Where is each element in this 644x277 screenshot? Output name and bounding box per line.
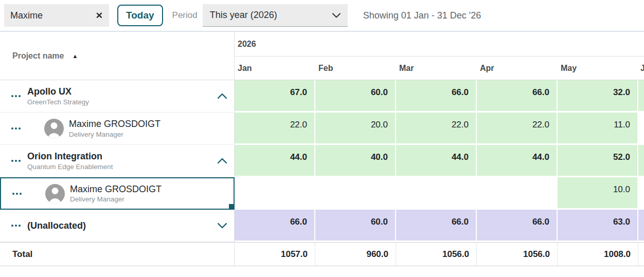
row-title: Apollo UX — [27, 86, 89, 97]
avatar-head — [52, 188, 59, 194]
allocation-cells: 67.060.066.066.032.0 — [235, 80, 644, 113]
month-header-next-partial: Jun — [638, 64, 644, 73]
period-label: Period — [172, 10, 198, 21]
next-month-partial-cell — [638, 177, 644, 208]
allocation-cell[interactable]: 66.0 — [396, 210, 477, 241]
avatar-head — [51, 122, 58, 129]
allocation-cells: 66.060.066.066.063.0 — [235, 210, 644, 242]
total-cell: 960.0 — [315, 243, 396, 266]
avatar — [45, 184, 65, 204]
allocation-cell[interactable]: 52.0 — [558, 145, 638, 176]
search-input[interactable] — [10, 10, 93, 21]
project-name-column-header[interactable]: Project name ▲ — [0, 32, 235, 80]
today-button[interactable]: Today — [117, 5, 163, 26]
row-titles: Maxime GROSDOIGTDelivery Manager — [69, 119, 160, 138]
person-cell[interactable]: Maxime GROSDOIGTDelivery Manager — [0, 113, 235, 145]
allocation-cell[interactable]: 32.0 — [558, 80, 638, 111]
allocation-cell[interactable]: 66.0 — [477, 210, 558, 241]
row-subtitle: Delivery Manager — [69, 131, 160, 138]
allocation-cells: 10.0 — [235, 177, 644, 210]
grid-row: (Unallocated)66.060.066.066.063.0 — [0, 210, 644, 242]
total-cell: 1056.0 — [396, 243, 477, 266]
next-month-partial-cell — [638, 210, 644, 241]
next-month-partial-cell — [638, 113, 644, 143]
allocation-cell[interactable]: 66.0 — [396, 80, 477, 111]
allocation-cells: 22.020.022.022.011.0 — [235, 113, 644, 145]
month-header: Mar — [396, 64, 477, 73]
allocation-cell[interactable]: 10.0 — [558, 177, 638, 208]
allocation-cell[interactable]: 20.0 — [315, 113, 396, 143]
total-label: Total — [0, 243, 235, 266]
next-month-partial-cell — [638, 145, 644, 176]
search-box[interactable]: ✕ — [4, 4, 109, 27]
row-menu-icon[interactable] — [11, 127, 21, 130]
total-cell: 1008.0 — [558, 243, 638, 266]
sort-ascending-icon[interactable]: ▲ — [72, 53, 78, 59]
period-dropdown[interactable]: This year (2026) — [203, 4, 348, 27]
row-title: Maxime GROSDOIGT — [69, 119, 160, 130]
row-titles: Maxime GROSDOIGTDelivery Manager — [70, 184, 162, 204]
allocation-cell[interactable]: 60.0 — [315, 210, 396, 241]
showing-range-text: Showing 01 Jan - 31 Dec '26 — [363, 10, 481, 21]
row-menu-icon[interactable] — [12, 193, 22, 195]
total-cells: 1057.0960.01056.01056.01008.0 — [235, 243, 644, 266]
allocation-cell[interactable]: 60.0 — [315, 80, 396, 111]
allocation-cell[interactable]: 66.0 — [477, 80, 558, 111]
person-cell[interactable]: Maxime GROSDOIGTDelivery Manager — [0, 177, 235, 210]
project-cell[interactable]: Orion IntegrationQuantum Edge Enablement — [0, 145, 235, 177]
months-row: JanFebMarAprMayJun — [235, 57, 644, 80]
next-month-partial-cell — [638, 80, 644, 111]
allocation-cell[interactable] — [396, 177, 477, 208]
grid-row: Maxime GROSDOIGTDelivery Manager10.0 — [0, 177, 644, 210]
allocation-cell[interactable]: 40.0 — [315, 145, 396, 176]
row-menu-icon[interactable] — [11, 160, 21, 162]
month-header: Jan — [235, 64, 315, 73]
project-name-header-label: Project name — [12, 51, 64, 61]
total-row: Total 1057.0960.01056.01056.01008.0 — [0, 242, 644, 266]
row-subtitle: Quantum Edge Enablement — [27, 163, 113, 171]
timeline-header: 2026 JanFebMarAprMayJun — [235, 32, 644, 80]
row-titles: Apollo UXGreenTech Strategy — [27, 86, 89, 106]
month-header: Apr — [477, 64, 558, 73]
avatar — [44, 119, 64, 138]
row-menu-icon[interactable] — [11, 95, 21, 97]
allocation-cell[interactable] — [477, 177, 558, 208]
expand-chevron-icon[interactable] — [218, 223, 227, 228]
chevron-down-icon — [332, 13, 341, 18]
month-header: May — [558, 64, 638, 73]
allocation-cell[interactable]: 22.0 — [396, 113, 477, 143]
total-cell: 1056.0 — [477, 243, 558, 266]
allocation-cell[interactable]: 22.0 — [477, 113, 558, 143]
grid-rows: Apollo UXGreenTech Strategy67.060.066.06… — [0, 80, 644, 242]
clear-search-icon[interactable]: ✕ — [96, 10, 103, 21]
row-title: Orion Integration — [27, 151, 113, 162]
allocation-cell[interactable] — [235, 177, 315, 208]
grid-row: Orion IntegrationQuantum Edge Enablement… — [0, 145, 644, 177]
allocation-cell[interactable]: 67.0 — [235, 80, 315, 111]
allocation-cell[interactable] — [315, 177, 396, 208]
row-title: Maxime GROSDOIGT — [70, 184, 162, 195]
project-cell[interactable]: Apollo UXGreenTech Strategy — [0, 80, 235, 113]
total-next-month-partial — [638, 243, 644, 266]
allocation-cell[interactable]: 44.0 — [477, 145, 558, 176]
avatar-shoulders — [48, 133, 60, 138]
allocation-cell[interactable]: 63.0 — [558, 210, 638, 241]
avatar-shoulders — [49, 198, 61, 204]
allocation-cell[interactable]: 22.0 — [235, 113, 315, 143]
allocation-cells: 44.040.044.044.052.0 — [235, 145, 644, 177]
selection-fill-handle[interactable] — [229, 204, 234, 209]
project-cell[interactable]: (Unallocated) — [0, 210, 235, 242]
row-subtitle: Delivery Manager — [70, 195, 162, 203]
row-titles: Orion IntegrationQuantum Edge Enablement — [27, 151, 113, 171]
collapse-chevron-icon[interactable] — [218, 158, 227, 163]
allocation-cell[interactable]: 44.0 — [235, 145, 315, 176]
collapse-chevron-icon[interactable] — [218, 94, 227, 99]
grid-row: Maxime GROSDOIGTDelivery Manager22.020.0… — [0, 113, 644, 145]
allocation-cell[interactable]: 11.0 — [558, 113, 638, 143]
allocation-cell[interactable]: 66.0 — [235, 210, 315, 241]
row-menu-icon[interactable] — [11, 225, 21, 227]
total-cell: 1057.0 — [235, 243, 315, 266]
allocation-cell[interactable]: 44.0 — [396, 145, 477, 176]
row-title: (Unallocated) — [27, 220, 86, 231]
period-dropdown-value: This year (2026) — [210, 10, 277, 21]
